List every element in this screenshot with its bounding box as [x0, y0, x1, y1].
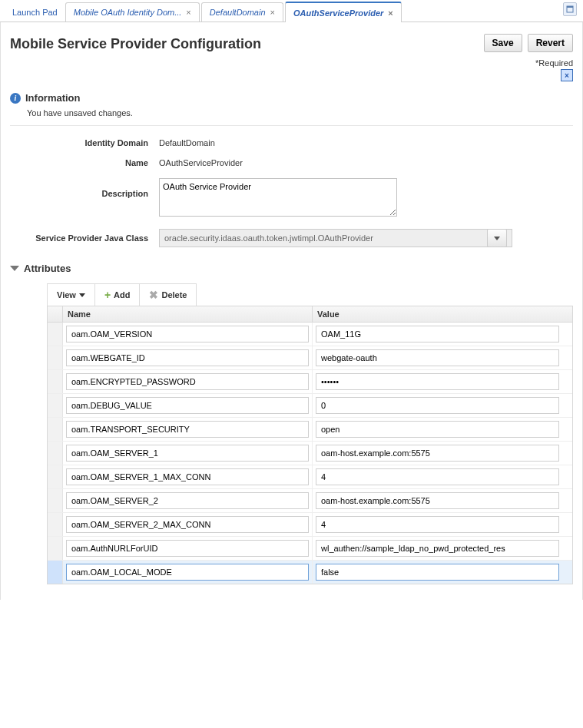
- attributes-header[interactable]: Attributes: [10, 263, 573, 274]
- form: Identity Domain DefaultDomain Name OAuth…: [10, 138, 573, 247]
- tab-label: DefaultDomain: [210, 8, 266, 17]
- table-row[interactable]: [48, 465, 572, 489]
- table-row[interactable]: [48, 323, 572, 346]
- attr-name-input[interactable]: [66, 540, 309, 557]
- table-row[interactable]: [48, 489, 572, 513]
- save-button[interactable]: Save: [484, 34, 522, 52]
- delete-icon: ✖: [149, 289, 158, 301]
- description-textarea[interactable]: [159, 178, 397, 217]
- attr-value-input[interactable]: [316, 373, 559, 390]
- window-options-icon[interactable]: [563, 2, 577, 16]
- attr-value-input[interactable]: [316, 445, 559, 462]
- value-identity-domain: DefaultDomain: [159, 138, 573, 147]
- row-handle[interactable]: [48, 537, 63, 560]
- table-row[interactable]: [48, 418, 572, 442]
- tab-launch-pad[interactable]: Launch Pad: [5, 3, 65, 22]
- close-icon[interactable]: ×: [186, 8, 190, 17]
- label-java-class: Service Provider Java Class: [10, 233, 148, 243]
- tab-strip: Launch Pad Mobile OAuth Identity Dom... …: [0, 0, 583, 22]
- close-icon[interactable]: ×: [388, 8, 393, 18]
- attr-value-input[interactable]: [316, 516, 559, 533]
- row-handle[interactable]: [48, 370, 63, 393]
- required-note: *Required: [10, 58, 573, 68]
- row-handle[interactable]: [48, 561, 63, 584]
- attr-value-input[interactable]: [316, 468, 559, 485]
- attr-name-input[interactable]: [66, 468, 309, 485]
- table-row[interactable]: [48, 346, 572, 370]
- attr-value-input[interactable]: [316, 421, 559, 438]
- label-identity-domain: Identity Domain: [10, 138, 148, 147]
- row-handle[interactable]: [48, 323, 63, 346]
- add-label: Add: [114, 290, 130, 299]
- dropdown-icon[interactable]: [487, 229, 507, 247]
- label-description: Description: [10, 178, 148, 198]
- attr-name-input[interactable]: [66, 516, 309, 533]
- attributes-table: Name Value: [47, 306, 573, 584]
- tab-label: Mobile OAuth Identity Dom...: [74, 8, 182, 17]
- add-button[interactable]: + Add: [95, 284, 141, 306]
- attr-name-input[interactable]: [66, 445, 309, 462]
- row-handle[interactable]: [48, 489, 63, 512]
- info-icon: i: [10, 93, 21, 104]
- row-handle[interactable]: [48, 418, 63, 441]
- revert-button[interactable]: Revert: [528, 34, 573, 52]
- info-message: You have unsaved changes.: [27, 108, 573, 117]
- table-row[interactable]: [48, 394, 572, 418]
- attributes-title: Attributes: [24, 263, 71, 274]
- plus-icon: +: [104, 289, 111, 301]
- action-buttons: Save Revert: [481, 34, 573, 52]
- attr-value-input[interactable]: [316, 326, 559, 342]
- table-header: Name Value: [48, 306, 572, 323]
- delete-label: Delete: [161, 290, 187, 299]
- chevron-down-icon: [79, 293, 85, 297]
- tab-label: OAuthServiceProvider: [293, 8, 383, 18]
- attr-name-input[interactable]: [66, 326, 309, 342]
- close-icon[interactable]: ×: [270, 8, 275, 17]
- attr-value-input[interactable]: [316, 349, 559, 366]
- close-panel-icon[interactable]: ×: [561, 69, 573, 81]
- table-row[interactable]: [48, 561, 572, 584]
- info-block: i Information You have unsaved changes.: [10, 92, 573, 126]
- attr-value-input[interactable]: [316, 540, 559, 557]
- attr-name-input[interactable]: [66, 492, 309, 509]
- attr-value-input[interactable]: [316, 397, 559, 414]
- value-name: OAuthServiceProvider: [159, 158, 573, 167]
- attr-name-input[interactable]: [66, 397, 309, 414]
- view-menu[interactable]: View: [48, 284, 95, 306]
- attr-name-input[interactable]: [66, 564, 309, 581]
- page-title: Mobile Service Provider Configuration: [10, 36, 261, 52]
- row-handle[interactable]: [48, 346, 63, 369]
- view-label: View: [57, 290, 76, 299]
- tab-mobile-oauth-identity-domain[interactable]: Mobile OAuth Identity Dom... ×: [65, 2, 200, 22]
- row-handle[interactable]: [48, 513, 63, 536]
- row-handle[interactable]: [48, 465, 63, 488]
- svg-rect-1: [567, 6, 573, 8]
- table-row[interactable]: [48, 513, 572, 537]
- col-name: Name: [63, 306, 313, 322]
- tab-default-domain[interactable]: DefaultDomain ×: [201, 2, 283, 22]
- row-handle[interactable]: [48, 394, 63, 417]
- label-name: Name: [10, 158, 148, 167]
- row-handle[interactable]: [48, 442, 63, 465]
- attr-value-input[interactable]: [316, 492, 559, 509]
- java-class-value: oracle.security.idaas.oauth.token.jwtimp…: [164, 233, 373, 243]
- attr-value-input[interactable]: [316, 564, 559, 581]
- attr-name-input[interactable]: [66, 373, 309, 390]
- attr-name-input[interactable]: [66, 349, 309, 366]
- table-row[interactable]: [48, 370, 572, 394]
- delete-button[interactable]: ✖ Delete: [140, 284, 196, 306]
- java-class-select[interactable]: oracle.security.idaas.oauth.token.jwtimp…: [159, 229, 512, 247]
- table-row[interactable]: [48, 537, 572, 561]
- attr-name-input[interactable]: [66, 421, 309, 438]
- table-row[interactable]: [48, 442, 572, 465]
- disclosure-icon[interactable]: [10, 266, 19, 271]
- attributes-toolbar: View + Add ✖ Delete: [47, 283, 197, 306]
- col-value: Value: [313, 306, 562, 322]
- info-title: Information: [25, 92, 81, 104]
- tab-oauth-service-provider[interactable]: OAuthServiceProvider ×: [285, 2, 402, 22]
